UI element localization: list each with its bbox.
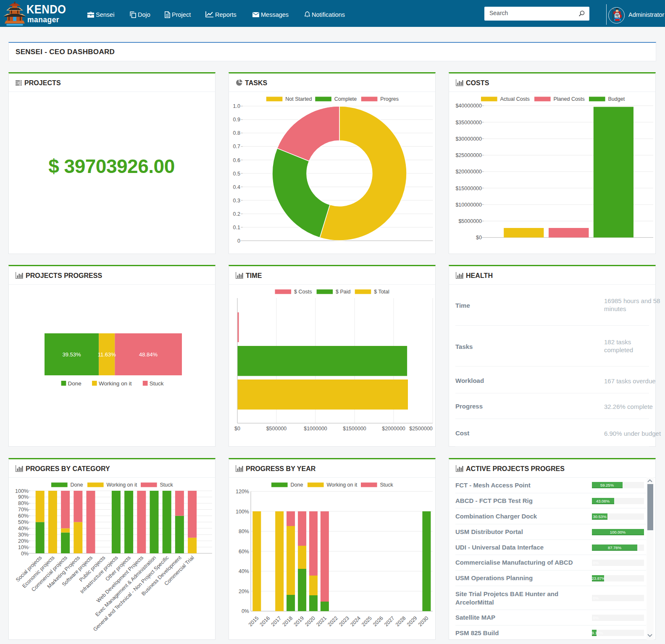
svg-text:$ Total: $ Total (374, 289, 389, 295)
svg-text:70%: 70% (18, 507, 29, 513)
svg-text:$10000000: $10000000 (455, 202, 482, 208)
svg-text:2016: 2016 (259, 615, 271, 628)
svg-text:0.9: 0.9 (233, 117, 240, 123)
svg-text:80%: 80% (239, 529, 249, 534)
svg-text:2029: 2029 (406, 615, 418, 628)
svg-text:Stuck: Stuck (150, 380, 164, 387)
svg-text:$15000000: $15000000 (455, 186, 482, 191)
svg-text:$ Costs: $ Costs (294, 289, 312, 295)
svg-text:2027: 2027 (383, 615, 396, 628)
svg-text:Not Started: Not Started (285, 96, 312, 102)
svg-text:$20000000: $20000000 (455, 169, 482, 175)
svg-text:$25000000: $25000000 (455, 152, 482, 158)
svg-text:0.1: 0.1 (233, 225, 240, 230)
svg-text:80%: 80% (18, 500, 29, 506)
svg-text:0.3: 0.3 (233, 198, 240, 204)
svg-text:$1500000: $1500000 (343, 426, 366, 432)
svg-text:0%: 0% (242, 608, 249, 614)
svg-text:Working on it: Working on it (99, 380, 132, 387)
svg-text:Stuck: Stuck (160, 482, 173, 488)
svg-text:2021: 2021 (315, 615, 328, 628)
svg-text:60%: 60% (239, 549, 249, 555)
svg-text:Stuck: Stuck (380, 482, 394, 488)
svg-text:100%: 100% (15, 488, 29, 494)
svg-text:20%: 20% (239, 589, 249, 594)
svg-text:Complete: Complete (334, 96, 357, 102)
svg-text:2026: 2026 (372, 615, 384, 628)
svg-text:100%: 100% (236, 509, 249, 515)
svg-text:2022: 2022 (326, 615, 339, 628)
svg-text:0.2: 0.2 (233, 211, 240, 217)
svg-text:$40000000: $40000000 (455, 103, 482, 109)
svg-text:0.5: 0.5 (233, 171, 240, 177)
svg-text:120%: 120% (236, 489, 249, 495)
svg-text:$ Paid: $ Paid (336, 289, 350, 295)
svg-text:0.8: 0.8 (233, 130, 240, 136)
svg-text:Budget: Budget (608, 96, 625, 102)
svg-text:2015: 2015 (247, 615, 260, 628)
svg-text:50%: 50% (18, 519, 29, 525)
svg-text:0.4: 0.4 (233, 184, 240, 190)
svg-text:Progres: Progres (380, 96, 399, 102)
svg-text:2019: 2019 (293, 615, 305, 628)
svg-text:$5000000: $5000000 (458, 218, 482, 224)
svg-text:2017: 2017 (270, 615, 283, 628)
svg-text:$1000000: $1000000 (304, 426, 327, 432)
svg-text:60%: 60% (18, 513, 29, 519)
svg-text:2028: 2028 (394, 615, 407, 628)
svg-text:Done: Done (68, 380, 81, 387)
svg-text:2030: 2030 (417, 615, 430, 628)
svg-text:$0: $0 (234, 426, 240, 432)
svg-text:39.53%: 39.53% (62, 351, 81, 358)
svg-text:0%: 0% (21, 551, 29, 557)
svg-text:$2000000: $2000000 (382, 426, 405, 432)
svg-text:0: 0 (237, 238, 240, 244)
svg-text:10%: 10% (18, 545, 29, 550)
svg-text:30%: 30% (18, 532, 29, 538)
svg-text:20%: 20% (18, 538, 29, 544)
svg-text:0.7: 0.7 (233, 144, 240, 149)
svg-text:40%: 40% (239, 568, 249, 574)
svg-text:$2500000: $2500000 (409, 426, 433, 432)
svg-text:0.6: 0.6 (233, 157, 240, 163)
svg-text:Planed Costs: Planed Costs (554, 96, 585, 102)
svg-text:Done: Done (291, 482, 303, 488)
svg-text:$0: $0 (476, 235, 482, 241)
svg-text:2018: 2018 (281, 615, 294, 628)
svg-text:90%: 90% (18, 494, 29, 500)
svg-text:$35000000: $35000000 (455, 120, 482, 126)
svg-text:Working on it: Working on it (327, 482, 357, 488)
svg-text:2020: 2020 (304, 615, 317, 628)
svg-text:Done: Done (71, 482, 83, 488)
svg-text:11.63%: 11.63% (98, 351, 116, 358)
svg-text:40%: 40% (18, 526, 29, 531)
svg-text:48.84%: 48.84% (139, 351, 158, 358)
svg-text:2023: 2023 (338, 615, 350, 628)
svg-text:2024: 2024 (349, 615, 362, 628)
svg-text:Actual Costs: Actual Costs (500, 96, 530, 102)
svg-text:$500000: $500000 (266, 426, 287, 432)
svg-text:Working on it: Working on it (107, 482, 137, 488)
svg-text:2025: 2025 (360, 615, 373, 628)
svg-text:1.0: 1.0 (233, 103, 240, 109)
svg-text:$30000000: $30000000 (455, 136, 482, 142)
